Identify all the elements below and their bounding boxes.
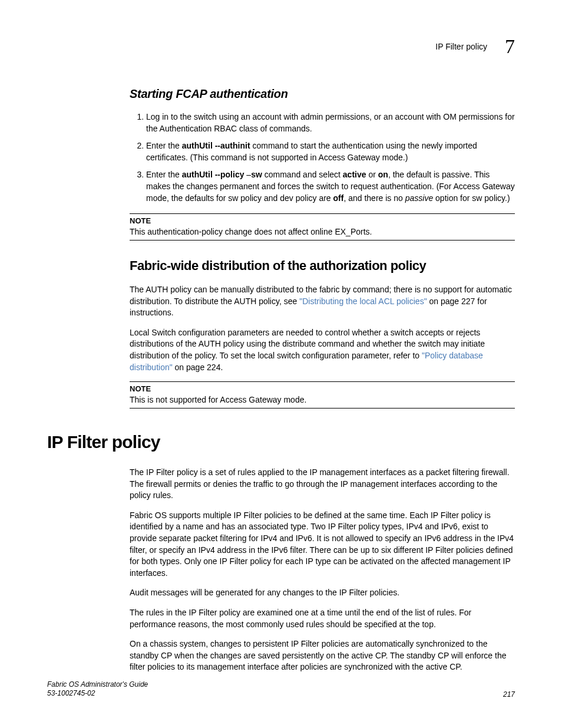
footer-page: 217 [503, 690, 515, 699]
footer-docnum: 53-1002745-02 [47, 689, 148, 699]
step-3-cmd3: active [343, 170, 366, 179]
note2-rule-top [130, 381, 515, 382]
note-2: NOTE This is not supported for Access Ga… [130, 381, 515, 409]
footer-left: Fabric OS Administrator's Guide 53-10027… [47, 680, 148, 699]
ip-p3: Audit messages will be generated for any… [130, 587, 515, 599]
step-3-cmd2: sw [251, 170, 262, 179]
steps-list: Log in to the switch using an account wi… [130, 111, 515, 204]
ip-p5: On a chassis system, changes to persiste… [130, 638, 515, 673]
ip-p2: Fabric OS supports multiple IP Filter po… [130, 510, 515, 579]
step-3b: – [244, 170, 251, 179]
step-3g: option for sw policy.) [433, 193, 510, 203]
ip-p1: The IP Filter policy is a set of rules a… [130, 467, 515, 502]
note2-rule-bottom [130, 408, 515, 409]
fabric-p2: Local Switch configuration parameters ar… [130, 327, 515, 373]
footer-guide: Fabric OS Administrator's Guide [47, 680, 148, 690]
link-distributing-acl[interactable]: "Distributing the local ACL policies" [299, 297, 427, 306]
section-fabric-wide: Fabric-wide distribution of the authoriz… [130, 258, 515, 274]
note-2-text: This is not supported for Access Gateway… [130, 394, 515, 406]
step-2a: Enter the [146, 141, 182, 150]
chapter-number: 7 [505, 35, 515, 58]
header-title: IP Filter policy [435, 42, 487, 51]
page-footer: Fabric OS Administrator's Guide 53-10027… [47, 680, 515, 699]
step-3a: Enter the [146, 170, 182, 179]
step-3-cmd4: on [378, 170, 388, 179]
step-3-cmd5: off [333, 193, 344, 203]
page-header: IP Filter policy 7 [47, 35, 515, 58]
step-3c: command and select [262, 170, 343, 179]
ip-p4: The rules in the IP Filter policy are ex… [130, 607, 515, 630]
note-rule-top [130, 213, 515, 214]
step-2: Enter the authUtil --authinit command to… [146, 140, 515, 163]
step-3-italic: passive [405, 193, 433, 203]
fabric-p1: The AUTH policy can be manually distribu… [130, 284, 515, 319]
fabric-p2b: on page 224. [173, 363, 223, 372]
step-3-cmd1: authUtil --policy [182, 170, 244, 179]
section-starting-fcap: Starting FCAP authentication [130, 87, 515, 101]
step-2-cmd: authUtil --authinit [182, 141, 250, 150]
step-3d: or [366, 170, 378, 179]
note-2-label: NOTE [130, 384, 515, 393]
note-1-label: NOTE [130, 216, 515, 225]
heading-ip-filter: IP Filter policy [47, 432, 515, 452]
step-3f: , and there is no [343, 193, 405, 203]
note-1: NOTE This authentication-policy change d… [130, 213, 515, 241]
note-1-text: This authentication-policy change does n… [130, 226, 515, 238]
step-1-text: Log in to the switch using an account wi… [146, 112, 515, 133]
step-3: Enter the authUtil --policy –sw command … [146, 169, 515, 204]
note-rule-bottom [130, 240, 515, 241]
step-1: Log in to the switch using an account wi… [146, 111, 515, 134]
